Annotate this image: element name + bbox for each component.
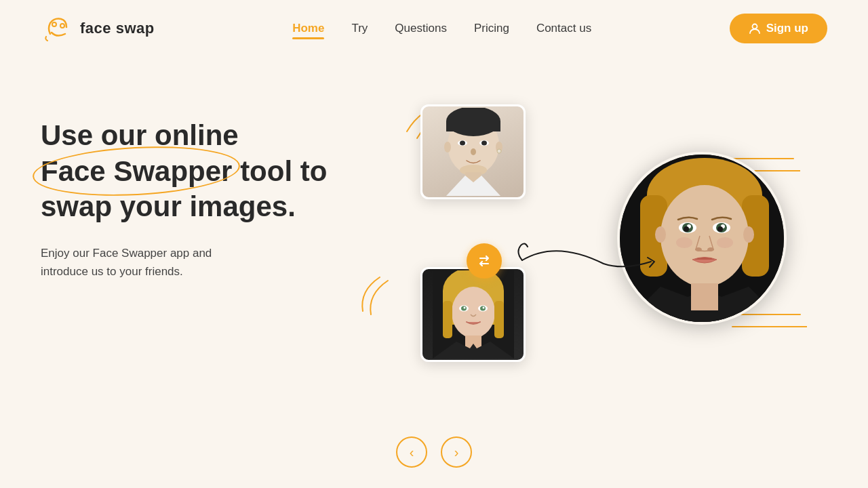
svg-point-1: [60, 24, 64, 28]
svg-point-13: [460, 141, 465, 146]
hero-subtitle: Enjoy our Face Swapper app and introduce…: [41, 244, 353, 281]
hero-left: Use our online Face Swapper tool to swap…: [41, 77, 353, 281]
deco-left-bottom-arcs: [356, 270, 403, 318]
svg-point-48: [695, 247, 702, 251]
svg-point-43: [684, 226, 689, 232]
nav-pricing[interactable]: Pricing: [474, 22, 509, 35]
svg-point-2: [752, 24, 757, 29]
arrow-path: [515, 233, 665, 287]
svg-point-31: [482, 307, 484, 309]
face-source-image: [433, 108, 514, 196]
svg-point-28: [463, 307, 465, 309]
svg-point-49: [707, 247, 714, 251]
face-target-image: [433, 270, 514, 359]
face-target: [420, 267, 526, 362]
signup-label: Sign up: [766, 22, 808, 35]
svg-rect-25: [494, 301, 504, 338]
hero-subtitle-1: Enjoy our Face Swapper app and: [41, 247, 212, 260]
face-source: [420, 104, 526, 199]
logo-icon: [41, 12, 73, 45]
nav-contact[interactable]: Contact us: [536, 22, 591, 35]
svg-rect-9: [446, 121, 500, 131]
prev-icon: ‹: [410, 445, 414, 460]
svg-point-39: [717, 237, 733, 248]
svg-point-47: [717, 226, 723, 232]
svg-point-38: [676, 237, 692, 248]
nav-questions[interactable]: Questions: [395, 22, 447, 35]
hero-title: Use our online Face Swapper tool to swap…: [41, 118, 353, 225]
user-icon: [749, 22, 761, 35]
hero-subtitle-2: introduce us to your friends.: [41, 265, 183, 278]
logo: face swap: [41, 12, 155, 45]
prev-button[interactable]: ‹: [396, 436, 427, 468]
nav-try[interactable]: Try: [351, 22, 368, 35]
svg-point-10: [444, 142, 451, 152]
svg-point-16: [471, 148, 476, 155]
next-icon: ›: [454, 445, 459, 460]
svg-point-23: [452, 287, 495, 338]
svg-point-15: [481, 141, 487, 146]
svg-point-52: [743, 226, 754, 243]
svg-rect-24: [443, 301, 452, 338]
hero-highlight: Face Swapper: [41, 154, 232, 190]
hero-line3: swap your images.: [41, 190, 296, 222]
signup-button[interactable]: Sign up: [730, 14, 827, 43]
next-button[interactable]: ›: [441, 436, 472, 468]
svg-rect-50: [691, 283, 718, 310]
svg-point-37: [660, 185, 749, 287]
main-nav: Home Try Questions Pricing Contact us: [292, 22, 591, 35]
nav-home[interactable]: Home: [292, 22, 324, 35]
swap-arrows-icon: [475, 251, 494, 270]
svg-point-18: [497, 149, 501, 153]
swap-button[interactable]: [467, 243, 502, 279]
logo-text: face swap: [80, 20, 155, 37]
pagination-arrows: ‹ ›: [396, 436, 472, 468]
svg-point-0: [52, 22, 56, 26]
hero-visual: [353, 77, 827, 470]
